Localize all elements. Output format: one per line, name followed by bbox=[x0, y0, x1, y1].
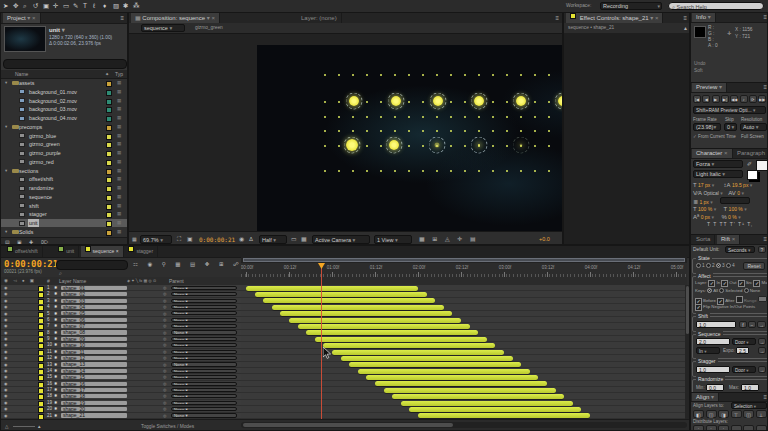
align-bottom-icon[interactable]: ⊥ bbox=[756, 410, 767, 418]
label-swatch[interactable] bbox=[106, 204, 112, 210]
parent-dropdown[interactable]: None ▾ bbox=[171, 292, 237, 296]
frame-rate-dropdown[interactable]: (23.98)▾ bbox=[693, 123, 721, 131]
rift-help-button[interactable]: ? bbox=[758, 246, 766, 253]
scroll-up-icon[interactable]: ▲ bbox=[683, 24, 688, 32]
sequence-apply-button[interactable]: → bbox=[758, 338, 766, 345]
channels-icon[interactable]: Δ bbox=[249, 235, 253, 243]
project-row[interactable]: gizmo_purple▦ bbox=[1, 149, 128, 157]
panel-menu-icon[interactable]: ≡ bbox=[763, 13, 767, 21]
tracking-value[interactable]: 0 bbox=[737, 190, 740, 196]
from-current-time-checkbox[interactable]: ✓ From Current Time bbox=[693, 134, 736, 139]
layer-name[interactable]: shape_20 bbox=[61, 407, 127, 411]
expo-input[interactable]: 2.5 bbox=[736, 347, 749, 354]
align-to-dropdown[interactable]: Selection ▾ bbox=[731, 402, 767, 409]
label-swatch[interactable] bbox=[106, 116, 112, 122]
transparency-grid-icon[interactable]: ▦ bbox=[301, 235, 307, 243]
workspace-dropdown[interactable]: Recording ▾ bbox=[600, 2, 662, 10]
layer-name[interactable]: shape_15 bbox=[61, 375, 127, 379]
layer-duration-bar[interactable] bbox=[289, 318, 461, 323]
type-tool-icon[interactable]: T bbox=[83, 2, 87, 9]
stagger-apply-button[interactable]: → bbox=[758, 366, 766, 373]
timeline-vscrollbar[interactable] bbox=[685, 285, 690, 419]
panel-menu-icon[interactable]: ≡ bbox=[555, 14, 559, 22]
parent-dropdown[interactable]: None ▾ bbox=[171, 394, 237, 398]
rotation-tool-icon[interactable]: ↺ bbox=[33, 2, 38, 10]
align-vcenter-icon[interactable]: ◫ bbox=[743, 410, 754, 418]
parent-dropdown[interactable]: None ▾ bbox=[171, 343, 237, 347]
affect-marker-checkbox[interactable] bbox=[753, 280, 760, 287]
timeline-tab-offset-shift[interactable]: offset/shift bbox=[3, 246, 43, 257]
project-row[interactable]: background_03.mov▦ bbox=[1, 105, 128, 113]
panel-menu-icon[interactable]: ≡ bbox=[763, 235, 767, 243]
dist-left-icon[interactable]: ⋯ bbox=[731, 425, 742, 431]
zoom-out-mountain-icon[interactable]: △ bbox=[5, 423, 8, 431]
project-row[interactable]: background_02.mov▦ bbox=[1, 97, 128, 105]
parent-dropdown[interactable]: None ▾ bbox=[171, 350, 237, 354]
layer-name[interactable]: shape_16 bbox=[61, 382, 127, 386]
loop-button[interactable]: ⟳ bbox=[749, 95, 757, 103]
panel-menu-icon[interactable]: ≡ bbox=[120, 14, 124, 22]
affect-in-checkbox[interactable] bbox=[708, 280, 715, 287]
state-2-radio[interactable] bbox=[706, 263, 711, 268]
zoom-in-mountain-icon[interactable]: ▲ bbox=[37, 423, 41, 431]
font-style-dropdown[interactable]: Light Italic ▾ bbox=[693, 170, 743, 178]
layer-duration-bar[interactable] bbox=[375, 381, 547, 386]
eyedropper-icon[interactable]: ✐ bbox=[747, 160, 752, 168]
font-size-value[interactable]: 17 px bbox=[698, 182, 710, 188]
project-row[interactable]: ▾assets▦ bbox=[1, 79, 128, 87]
layer-name[interactable]: shape_03 bbox=[61, 299, 127, 303]
label-swatch[interactable] bbox=[106, 107, 112, 113]
vertical-scale-value[interactable]: 100 % bbox=[698, 206, 712, 212]
layer-name[interactable]: shape_09 bbox=[61, 337, 127, 341]
layer-duration-bar[interactable] bbox=[409, 407, 581, 412]
affect-src-checkbox[interactable] bbox=[738, 280, 745, 287]
dist-vcenter-icon[interactable]: ⋮ bbox=[706, 425, 717, 431]
tab-composition[interactable]: ▦ Composition: sequence ▾ × bbox=[131, 13, 220, 23]
label-swatch[interactable] bbox=[106, 125, 112, 131]
layer-duration-bar[interactable] bbox=[298, 324, 470, 329]
layer-name[interactable]: shape_12 bbox=[61, 356, 127, 360]
project-row[interactable]: gizmo_blue▦ bbox=[1, 132, 128, 140]
dist-right-icon[interactable]: ⋯ bbox=[756, 425, 767, 431]
roi-icon[interactable]: ▭ bbox=[291, 235, 297, 243]
layer-name[interactable]: shape_05 bbox=[61, 311, 127, 315]
layer-duration-bar[interactable] bbox=[306, 330, 478, 335]
layer-duration-bar[interactable] bbox=[349, 362, 521, 367]
layer-name[interactable]: shape_21 bbox=[61, 413, 127, 417]
playhead-line[interactable] bbox=[321, 263, 322, 419]
tab-info[interactable]: Info ▾ bbox=[692, 13, 716, 22]
tab-preview[interactable]: Preview ▾ bbox=[692, 83, 727, 92]
breadcrumb-layer[interactable]: gizmo_green bbox=[195, 25, 223, 30]
max-input[interactable]: 1.0 bbox=[741, 384, 759, 391]
label-swatch[interactable] bbox=[106, 177, 112, 183]
state-3-radio[interactable] bbox=[716, 263, 721, 268]
eraser-tool-icon[interactable]: ▨ bbox=[113, 2, 119, 10]
next-frame-button[interactable]: ▶| bbox=[721, 95, 729, 103]
align-right-icon[interactable]: ◨ bbox=[718, 410, 729, 418]
effect-controls-body[interactable] bbox=[564, 33, 690, 245]
hand-tool-icon[interactable]: ✥ bbox=[13, 2, 18, 10]
font-family-dropdown[interactable]: Forza ▾ bbox=[693, 160, 743, 168]
layer-duration-bar[interactable] bbox=[384, 388, 556, 393]
time-ruler[interactable]: 00:00f00:12f01:00f01:12f02:00f02:12f03:0… bbox=[241, 263, 687, 278]
shift-value-input[interactable]: 1.0 bbox=[696, 321, 736, 328]
dist-top-icon[interactable]: ⋮ bbox=[693, 425, 704, 431]
label-swatch[interactable] bbox=[106, 212, 112, 218]
comp-viewer[interactable] bbox=[257, 45, 563, 243]
layer-name[interactable]: shape_07 bbox=[61, 324, 127, 328]
selection-tool-icon[interactable]: ➤ bbox=[3, 2, 8, 10]
kerning-value[interactable]: Optical bbox=[703, 190, 719, 196]
delete-icon[interactable]: ⌦ bbox=[41, 238, 48, 245]
pen-tool-icon[interactable]: ✎ bbox=[73, 2, 78, 10]
layer-name[interactable]: shape_10 bbox=[61, 343, 127, 347]
state-reset-button[interactable]: Reset bbox=[743, 262, 765, 270]
parent-dropdown[interactable]: None ▾ bbox=[171, 388, 237, 392]
resolution-dropdown[interactable]: Half ▾ bbox=[259, 235, 287, 244]
keys-all-radio[interactable] bbox=[707, 288, 712, 293]
dist-hcenter-icon[interactable]: ⋯ bbox=[743, 425, 754, 431]
parent-dropdown[interactable]: None ▾ bbox=[171, 324, 237, 328]
interpret-footage-icon[interactable]: ▤ bbox=[5, 238, 10, 245]
parent-dropdown[interactable]: None ▾ bbox=[171, 375, 237, 379]
puppet-pin-tool-icon[interactable]: ✱ bbox=[123, 2, 128, 10]
label-swatch[interactable] bbox=[106, 90, 112, 96]
